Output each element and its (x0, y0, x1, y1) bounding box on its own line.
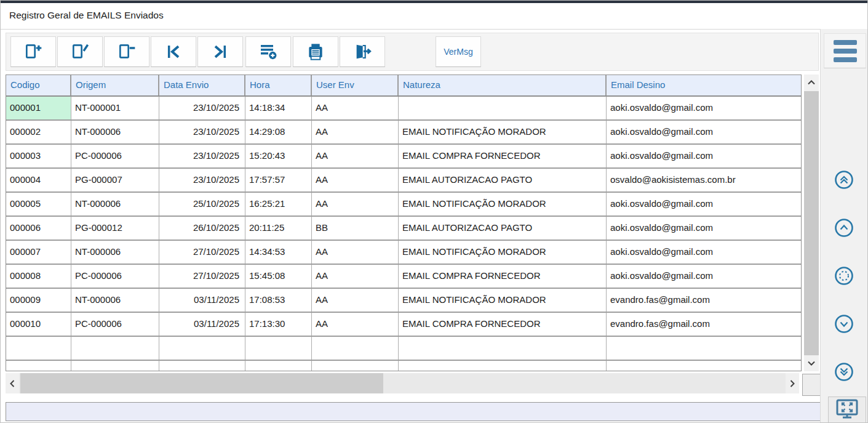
grid-cell-origem[interactable]: PC-000006 (71, 265, 159, 288)
grid-cell-origem[interactable] (71, 337, 159, 360)
grid-cell-natureza[interactable]: EMAIL NOTIFICAÇÃO MORADOR (399, 121, 607, 143)
column-header-codigo[interactable]: Codigo (6, 75, 71, 95)
grid-cell-data-envio[interactable]: 23/10/2025 (159, 121, 245, 143)
grid-cell-email-desino[interactable]: aoki.osvaldo@gmail.com (607, 121, 801, 143)
scroll-last-button[interactable] (834, 362, 854, 382)
grid-cell-codigo[interactable]: 000008 (6, 265, 71, 288)
grid-cell-email-desino[interactable]: aoki.osvaldo@gmail.com (607, 265, 801, 288)
grid-cell-email-desino[interactable]: aoki.osvaldo@gmail.com (607, 97, 801, 119)
grid-cell-origem[interactable]: NT-000006 (71, 193, 159, 216)
grid-cell-codigo[interactable]: 000009 (6, 289, 71, 312)
column-header-origem[interactable]: Origem (71, 75, 159, 95)
column-header-natureza[interactable]: Natureza (399, 75, 607, 95)
grid-cell-origem[interactable]: PG-000007 (71, 169, 159, 191)
print-button[interactable] (293, 36, 338, 67)
grid-cell-codigo[interactable]: 000003 (6, 145, 71, 167)
ver-msg-button[interactable]: VerMsg (436, 36, 481, 67)
scrollbar-up-arrow[interactable] (804, 75, 819, 91)
grid-cell-data-envio[interactable]: 25/10/2025 (159, 193, 245, 216)
grid-cell-email-desino[interactable]: evandro.fas@gmail.com (607, 289, 801, 312)
grid-cell-hora[interactable]: 15:20:43 (245, 145, 312, 167)
grid-cell-email-desino[interactable]: aoki.osvaldo@gmail.com (607, 217, 801, 240)
grid-cell-natureza[interactable]: EMAIL NOTIFICAÇÃO MORADOR (399, 193, 607, 216)
grid-cell-natureza[interactable]: EMAIL COMPRA FORNECEDOR (399, 265, 607, 288)
grid-cell-natureza[interactable]: EMAIL COMPRA FORNECEDOR (399, 313, 607, 336)
grid-cell-data-envio[interactable] (159, 337, 245, 360)
grid-cell-user-env[interactable] (312, 361, 399, 371)
grid-cell-user-env[interactable]: AA (312, 121, 399, 143)
grid-cell-user-env[interactable]: AA (312, 193, 399, 216)
grid-cell-origem[interactable] (71, 361, 159, 371)
grid-cell-data-envio[interactable]: 23/10/2025 (159, 97, 245, 119)
grid-cell-user-env[interactable]: AA (312, 265, 399, 288)
grid-cell-user-env[interactable]: AA (312, 169, 399, 191)
grid-cell-hora[interactable]: 17:08:53 (245, 289, 312, 312)
scrollbar-left-arrow[interactable] (6, 373, 19, 393)
grid-cell-hora[interactable] (245, 337, 312, 360)
grid-cell-email-desino[interactable]: aoki.osvaldo@gmail.com (607, 193, 801, 216)
last-record-button[interactable] (197, 36, 243, 67)
grid-cell-codigo[interactable]: 000004 (6, 169, 71, 191)
column-header-hora[interactable]: Hora (245, 75, 312, 95)
column-header-data-envio[interactable]: Data Envio (159, 75, 245, 95)
grid-cell-codigo[interactable]: 000007 (6, 241, 71, 264)
grid-cell-hora[interactable]: 14:34:53 (245, 241, 312, 264)
grid-cell-origem[interactable]: NT-000006 (71, 121, 159, 143)
grid-cell-natureza[interactable] (399, 337, 607, 360)
grid-cell-hora[interactable]: 14:29:08 (245, 121, 312, 143)
new-record-button[interactable] (10, 36, 56, 67)
grid-cell-origem[interactable]: PC-000006 (71, 145, 159, 167)
grid-cell-origem[interactable]: NT-000001 (71, 97, 159, 119)
grid-cell-user-env[interactable]: AA (312, 145, 399, 167)
scroll-first-button[interactable] (834, 170, 854, 190)
grid-cell-natureza[interactable]: EMAIL AUTORIZACAO PAGTO (399, 217, 607, 240)
grid-cell-data-envio[interactable]: 23/10/2025 (159, 169, 245, 191)
grid-cell-natureza[interactable] (399, 361, 607, 371)
grid-cell-codigo[interactable]: 000010 (6, 313, 71, 336)
grid-cell-natureza[interactable]: EMAIL AUTORIZACAO PAGTO (399, 169, 607, 191)
grid-cell-codigo[interactable]: 000006 (6, 217, 71, 240)
grid-cell-codigo[interactable]: 000002 (6, 121, 71, 143)
grid-cell-email-desino[interactable] (607, 337, 801, 360)
grid-cell-email-desino[interactable]: osvaldo@aokisistemas.com.br (607, 169, 801, 191)
grid-cell-origem[interactable]: NT-000006 (71, 241, 159, 264)
grid-cell-user-env[interactable]: AA (312, 289, 399, 312)
grid-cell-data-envio[interactable]: 26/10/2025 (159, 217, 245, 240)
grid-cell-natureza[interactable]: EMAIL COMPRA FORNECEDOR (399, 145, 607, 167)
grid-cell-origem[interactable]: NT-000006 (71, 289, 159, 312)
scrollbar-down-arrow[interactable] (804, 355, 819, 371)
grid-cell-origem[interactable]: PC-000006 (71, 313, 159, 336)
grid-cell-email-desino[interactable]: evandro.fas@gmail.com (607, 313, 801, 336)
grid-cell-data-envio[interactable]: 03/11/2025 (159, 313, 245, 336)
grid-cell-hora[interactable]: 16:25:21 (245, 193, 312, 216)
grid-cell-user-env[interactable]: AA (312, 241, 399, 264)
horizontal-scrollbar-thumb[interactable] (20, 373, 383, 393)
grid-cell-data-envio[interactable]: 03/11/2025 (159, 289, 245, 312)
grid-cell-data-envio[interactable]: 27/10/2025 (159, 241, 245, 264)
grid-cell-codigo[interactable]: 000001 (6, 97, 71, 119)
scroll-up-button[interactable] (834, 218, 854, 238)
column-header-user-env[interactable]: User Env (312, 75, 399, 95)
grid-cell-hora[interactable]: 15:45:08 (245, 265, 312, 288)
grid-cell-email-desino[interactable]: aoki.osvaldo@gmail.com (607, 145, 801, 167)
vertical-scrollbar[interactable] (804, 75, 819, 371)
grid-cell-natureza[interactable] (399, 97, 607, 119)
grid-cell-natureza[interactable]: EMAIL NOTIFICAÇÃO MORADOR (399, 289, 607, 312)
column-header-email-desino[interactable]: Email Desino (607, 75, 801, 95)
grid-cell-email-desino[interactable]: aoki.osvaldo@gmail.com (607, 241, 801, 264)
grid-cell-user-env[interactable]: BB (312, 217, 399, 240)
scroll-down-button[interactable] (834, 314, 854, 334)
grid-cell-hora[interactable]: 17:57:57 (245, 169, 312, 191)
scrollbar-right-arrow[interactable] (786, 373, 799, 393)
menu-button[interactable] (824, 33, 866, 68)
horizontal-scrollbar[interactable] (6, 373, 799, 393)
delete-record-button[interactable] (104, 36, 149, 67)
grid-cell-user-env[interactable]: AA (312, 313, 399, 336)
vertical-scrollbar-thumb[interactable] (804, 91, 819, 355)
search-list-button[interactable] (245, 36, 291, 67)
grid-cell-codigo[interactable] (6, 361, 71, 371)
exit-button[interactable] (340, 36, 385, 67)
grid-cell-hora[interactable]: 14:18:34 (245, 97, 312, 119)
grid-cell-hora[interactable]: 17:13:30 (245, 313, 312, 336)
grid-cell-hora[interactable]: 20:11:25 (245, 217, 312, 240)
